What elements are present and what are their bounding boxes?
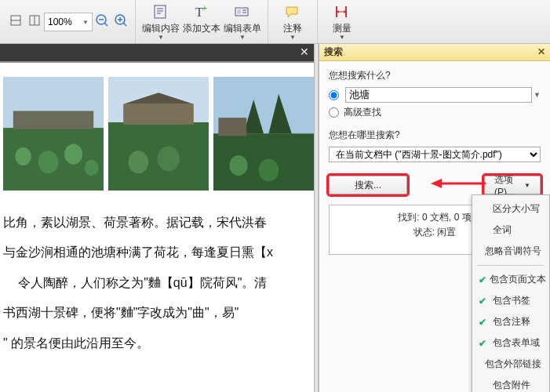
advanced-search-label: 高级查找 <box>344 106 381 119</box>
svg-point-29 <box>38 151 59 173</box>
svg-point-37 <box>129 151 149 173</box>
chevron-down-icon: ▼ <box>239 34 246 41</box>
ribbon-toolbar: 100% ▼ 编辑内容 ▼ T+ 添加文本 编辑表单 <box>0 0 550 44</box>
option-include-links[interactable]: 包含外部链接 <box>472 354 549 375</box>
photo-thumbnail <box>108 77 209 191</box>
advanced-search-row: 高级查找 <box>329 106 541 119</box>
comment-group: 注释 ▼ <box>268 0 318 43</box>
article-line: 书西湖十景碑，便将"麯"字改成为"曲"，易" <box>3 298 311 328</box>
zoom-group: 100% ▼ <box>2 0 136 43</box>
article-line: 比角，素以湖景、荷景著称。据记载，宋代洪春 <box>3 208 311 238</box>
edit-group: 编辑内容 ▼ T+ 添加文本 编辑表单 ▼ <box>136 0 268 43</box>
close-icon[interactable]: ✕ <box>298 45 311 58</box>
document-pane: ✕ <box>0 44 314 392</box>
svg-text:+: + <box>202 4 207 13</box>
svg-rect-32 <box>13 111 93 129</box>
svg-line-6 <box>104 23 107 26</box>
search-button[interactable]: 搜索... <box>329 176 407 194</box>
search-what-label: 您想搜索什么? <box>329 69 541 82</box>
search-input[interactable] <box>345 87 532 103</box>
svg-point-31 <box>85 160 99 176</box>
article-line: " 的景名便由此沿用至今。 <box>3 328 311 358</box>
close-icon[interactable]: ✕ <box>536 46 547 57</box>
fit-width-icon[interactable] <box>8 13 24 28</box>
article-text: 比角，素以湖景、荷景著称。据记载，宋代洪春 与金沙涧相通的池塘种满了荷花，每逢夏… <box>0 191 314 358</box>
options-dropdown-menu: 区分大小写 全词 忽略音调符号 ✔包含页面文本 ✔包含书签 ✔包含注释 ✔包含表… <box>472 194 550 392</box>
option-include-bookmarks[interactable]: ✔包含书签 <box>472 290 549 311</box>
option-include-attachments[interactable]: 包含附件 <box>472 375 549 392</box>
option-include-formfields[interactable]: ✔包含表单域 <box>472 332 549 354</box>
search-term-row: ▼ <box>329 87 541 103</box>
chevron-down-icon: ▼ <box>158 34 164 41</box>
annotation-arrow <box>431 178 486 189</box>
photo-thumbnail <box>3 77 104 191</box>
article-line: 令人陶醉，人们称之为"麯【qū】院荷风"。清 <box>3 268 311 298</box>
search-pane-title: 搜索 ✕ <box>319 44 550 61</box>
edit-form-button[interactable]: 编辑表单 ▼ <box>222 2 263 41</box>
document-body: 比角，素以湖景、荷景著称。据记载，宋代洪春 与金沙涧相通的池塘种满了荷花，每逢夏… <box>0 61 314 392</box>
article-line: 与金沙涧相通的池塘种满了荷花，每逢夏日熏【x <box>3 238 311 267</box>
document-tabbar: ✕ <box>0 44 314 61</box>
photo-thumbnail <box>213 77 314 191</box>
chevron-down-icon: ▼ <box>339 34 345 41</box>
svg-marker-47 <box>431 179 442 188</box>
svg-point-45 <box>259 158 279 181</box>
svg-rect-43 <box>218 118 246 136</box>
svg-point-44 <box>229 155 247 176</box>
add-text-button[interactable]: T+ 添加文本 <box>181 2 222 41</box>
search-buttons-row: 搜索... 选项(P)... ▼ <box>329 173 541 197</box>
annotate-icon <box>284 3 301 20</box>
option-whole-word[interactable]: 全词 <box>472 220 549 241</box>
edit-form-icon <box>234 3 251 20</box>
zoom-in-icon[interactable] <box>113 13 129 28</box>
search-scope-select[interactable]: 在当前文档中 ("西湖十景-图文简介.pdf") <box>329 147 541 162</box>
options-button[interactable]: 选项(P)... ▼ <box>484 176 541 194</box>
zoom-combo[interactable]: 100% ▼ <box>44 13 93 31</box>
image-row <box>0 77 314 191</box>
add-text-icon: T+ <box>193 3 210 20</box>
edit-content-button[interactable]: 编辑内容 ▼ <box>140 2 181 41</box>
measure-group: 测量 ▼ <box>318 0 366 43</box>
option-include-pagetext[interactable]: ✔包含页面文本 <box>472 269 549 290</box>
search-term-radio[interactable] <box>329 90 339 100</box>
measure-button[interactable]: 测量 ▼ <box>322 2 362 41</box>
advanced-search-radio[interactable] <box>329 107 339 118</box>
svg-rect-18 <box>237 9 241 14</box>
option-case-sensitive[interactable]: 区分大小写 <box>472 198 549 220</box>
zoom-value: 100% <box>48 16 72 27</box>
option-ignore-diacritics[interactable]: 忽略音调符号 <box>472 241 549 262</box>
svg-rect-35 <box>123 104 194 125</box>
svg-line-10 <box>123 23 126 26</box>
zoom-out-icon[interactable] <box>94 13 110 28</box>
measure-icon <box>333 3 351 20</box>
option-include-comments[interactable]: ✔包含注释 <box>472 311 549 332</box>
content-row: ✕ <box>0 44 550 392</box>
chevron-down-icon: ▼ <box>290 34 296 41</box>
svg-point-38 <box>158 146 180 171</box>
annotate-button[interactable]: 注释 ▼ <box>273 2 312 41</box>
svg-point-30 <box>64 144 82 165</box>
edit-content-icon <box>152 3 169 20</box>
svg-point-28 <box>15 147 31 165</box>
svg-rect-11 <box>155 5 166 18</box>
search-scope-label: 您想在哪里搜索? <box>329 129 541 142</box>
menu-separator <box>477 265 545 266</box>
fit-page-icon[interactable] <box>27 13 42 28</box>
